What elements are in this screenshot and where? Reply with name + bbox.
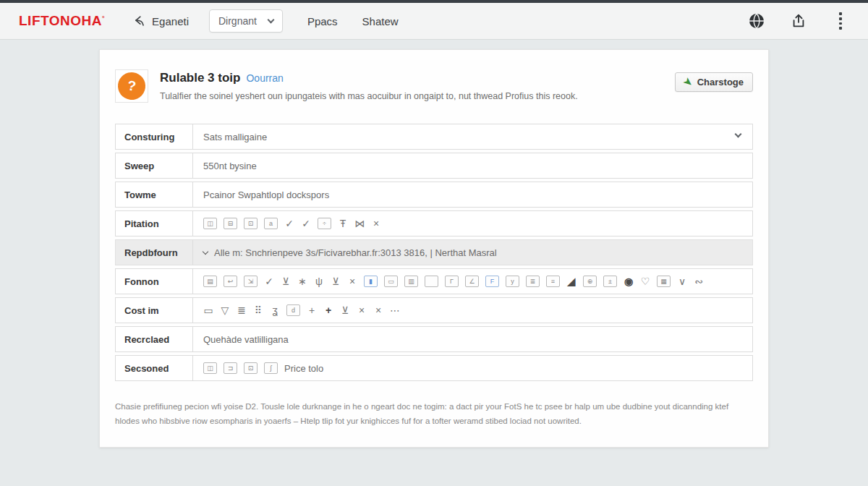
- chevron-down-icon: [267, 16, 274, 23]
- blank-icon[interactable]: ▭: [384, 276, 398, 287]
- card-header: ? Rulable 3 toipOourran Tulalfier the so…: [115, 69, 753, 103]
- close-icon[interactable]: ×: [371, 217, 381, 230]
- row-label: Fonnon: [116, 269, 193, 294]
- table-row: Cost im▭▽≣⠿ʓd++⊻××⋯: [115, 297, 753, 323]
- app-logo[interactable]: LIFTONOHA°: [19, 13, 105, 29]
- table-row: Sweep550nt bysine: [115, 153, 753, 179]
- card-icon[interactable]: ⊡: [244, 218, 258, 229]
- row-value: Quehàde vatlilligana: [203, 334, 289, 345]
- row-label: Cost im: [116, 298, 193, 323]
- link-icon[interactable]: ⇲: [244, 276, 258, 287]
- card-icon[interactable]: ◫: [203, 218, 217, 229]
- rect-icon[interactable]: ▭: [203, 304, 213, 317]
- asterisk-icon[interactable]: ∗: [297, 275, 307, 288]
- badge-icon[interactable]: ʃ: [264, 362, 278, 374]
- row-value: 550nt bysine: [203, 161, 257, 171]
- row-label: Sweep: [116, 153, 193, 178]
- heart-icon[interactable]: ♡: [640, 275, 650, 288]
- page-icon[interactable]: a: [264, 218, 278, 229]
- table-row: RepdbfournAlle m: Snchrienpeve 3s/Ficiva…: [115, 239, 753, 265]
- scissors-icon[interactable]: ×: [373, 304, 383, 317]
- row-value-cell: ▭▽≣⠿ʓd++⊻××⋯: [193, 298, 752, 323]
- wave-icon[interactable]: ∾: [694, 275, 704, 288]
- check-under-icon[interactable]: ⊻: [331, 275, 341, 288]
- check-icon[interactable]: ✓: [284, 217, 294, 230]
- corner-icon[interactable]: Γ: [445, 276, 459, 287]
- topbar-dropdown[interactable]: Dirgnant: [209, 9, 283, 33]
- check-icon[interactable]: ✓: [301, 217, 311, 230]
- lines-icon[interactable]: ≣: [237, 304, 247, 317]
- topbar-nav: PpacsShatew: [307, 15, 399, 27]
- lines-icon[interactable]: ≡: [546, 276, 560, 287]
- chevron-down-icon[interactable]: [735, 131, 742, 138]
- close-icon[interactable]: ×: [347, 275, 357, 288]
- flag-icon[interactable]: F: [485, 276, 499, 287]
- curve-check-icon[interactable]: ∠: [465, 276, 479, 287]
- chevron-down-icon[interactable]: ∨: [677, 275, 687, 288]
- plus-bold-icon[interactable]: +: [323, 304, 333, 317]
- grid-dots-icon[interactable]: ⠿: [253, 304, 263, 317]
- globe-icon[interactable]: [748, 12, 765, 30]
- footer-text-line: Chasie prefifiuneg pecion wfi yoise D2. …: [115, 399, 753, 414]
- kebab-menu-icon[interactable]: [832, 12, 849, 30]
- target-icon[interactable]: ◉: [624, 275, 634, 288]
- page-background: ? Rulable 3 toipOourran Tulalfier the so…: [0, 40, 868, 486]
- cell-icon[interactable]: d: [286, 304, 300, 316]
- row-value-cell: ◫⊟⊡a✓✓÷Ŧ⋈×: [193, 211, 752, 236]
- row-value: Alle m: Snchrienpeve 3s/Ficivarebhar.fr:…: [214, 247, 497, 258]
- check-under-icon[interactable]: ⊻: [281, 275, 291, 288]
- charstoge-button[interactable]: ➤ Charstoge: [675, 72, 753, 92]
- back-arrow-icon: [132, 14, 147, 28]
- mirror-icon[interactable]: ⋈: [354, 217, 365, 230]
- nav-item-ppacs[interactable]: Ppacs: [307, 15, 338, 27]
- header-icon-box: ?: [115, 69, 148, 103]
- plus-minus-icon[interactable]: ±: [603, 276, 617, 287]
- nav-item-shatew[interactable]: Shatew: [362, 15, 399, 27]
- divide-icon[interactable]: ÷: [318, 218, 331, 229]
- dropdown-value: Dirgnant: [218, 15, 257, 27]
- check-under-icon[interactable]: ⊻: [340, 304, 350, 317]
- funnel-icon[interactable]: ▽: [220, 304, 230, 317]
- list-icon[interactable]: ≣: [526, 276, 540, 287]
- card-icon[interactable]: ⊟: [224, 218, 237, 229]
- grid-icon[interactable]: ▦: [657, 276, 671, 287]
- text-baseline-icon[interactable]: Ŧ: [338, 217, 348, 230]
- back-nav[interactable]: Eganeti: [132, 14, 189, 28]
- branch-icon[interactable]: y: [506, 276, 519, 287]
- row-value-cell: Alle m: Snchrienpeve 3s/Ficivarebhar.fr:…: [193, 240, 752, 265]
- table-row: Secsoned◫⊐⊡ʃPrice tolo: [115, 355, 753, 381]
- title-link[interactable]: Oourran: [246, 72, 283, 84]
- row-value-cell: 550nt bysine: [193, 153, 752, 178]
- scissors-icon[interactable]: ×: [357, 304, 367, 317]
- card-footer: Chasie prefifiuneg pecion wfi yoise D2. …: [115, 399, 753, 428]
- row-label: Consturing: [116, 124, 193, 149]
- note-icon[interactable]: ▤: [203, 276, 217, 287]
- anchor-icon[interactable]: ψ: [314, 275, 324, 288]
- chevron-down-icon[interactable]: [203, 248, 208, 254]
- share-icon[interactable]: [790, 12, 807, 30]
- brush-icon[interactable]: ◢: [566, 275, 576, 288]
- row-value: Price tolo: [284, 363, 323, 374]
- squiggle-icon[interactable]: ʓ: [270, 304, 280, 317]
- image-icon[interactable]: ▥: [404, 276, 418, 287]
- footer-text-line: hlodes who hibsbive riow esompharis in y…: [115, 414, 753, 428]
- more-icon[interactable]: ⋯: [390, 304, 400, 317]
- header-text: Rulable 3 toipOourran Tulalfier the soin…: [160, 69, 578, 101]
- topbar: LIFTONOHA° Eganeti Dirgnant PpacsShatew: [0, 3, 868, 40]
- page-subtitle: Tulalfier the soinel yeshert oun ipungat…: [160, 91, 578, 101]
- card-icon[interactable]: ◫: [203, 362, 217, 374]
- column-icon[interactable]: ▮: [364, 276, 378, 287]
- frame-icon[interactable]: [425, 276, 438, 287]
- undo-icon[interactable]: ↩: [224, 276, 237, 287]
- table-row: RecrclaedQuehàde vatlilligana: [115, 326, 753, 352]
- card-icon[interactable]: ⊡: [244, 362, 258, 374]
- settings-rows: ConsturingSats malligaineSweep550nt bysi…: [115, 124, 753, 381]
- row-label: Towme: [116, 182, 193, 207]
- card-icon[interactable]: ⊐: [224, 362, 237, 374]
- add-node-icon[interactable]: ⊕: [583, 276, 597, 287]
- check-icon[interactable]: ✓: [264, 275, 274, 288]
- topbar-right: [748, 12, 849, 30]
- logo-mark: °: [102, 14, 105, 22]
- row-value-cell: Pcainor Swpahtlopl dockspors: [193, 182, 752, 207]
- plus-icon[interactable]: +: [307, 304, 317, 317]
